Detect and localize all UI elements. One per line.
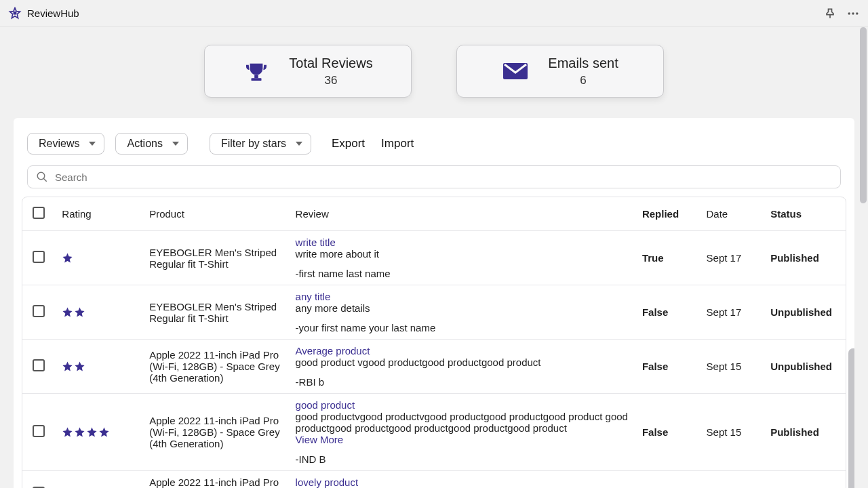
review-title[interactable]: Average product (296, 345, 629, 357)
status-value: Published (764, 231, 846, 285)
stat-title: Total Reviews (289, 56, 372, 71)
select-all-checkbox[interactable] (33, 207, 45, 219)
page-scrollbar[interactable] (859, 27, 868, 488)
product-name: Apple 2022 11-inch iPad Pro (Wi-Fi, 128G… (142, 471, 288, 489)
date-value: Sept 17 (700, 231, 764, 285)
scrollbar-thumb[interactable] (860, 27, 867, 203)
date-value: Sept 17 (700, 285, 764, 340)
review-title[interactable]: lovely product (296, 476, 629, 488)
star-icon (62, 306, 73, 318)
pin-icon[interactable] (823, 7, 837, 20)
search-input[interactable] (55, 171, 832, 183)
star-icon (86, 426, 98, 438)
toolbar: Reviews Actions Filter by stars Export I… (14, 133, 854, 165)
reviews-dropdown-label: Reviews (39, 138, 79, 150)
svg-point-0 (14, 12, 16, 14)
svg-point-2 (852, 12, 854, 14)
stat-title: Emails sent (548, 56, 618, 71)
reviews-table: Rating Product Review Replied Date Statu… (22, 197, 846, 488)
col-product: Product (142, 197, 288, 231)
star-badge-icon (8, 7, 22, 20)
view-more-link[interactable]: View More (296, 434, 629, 445)
status-value: Published (764, 471, 846, 489)
product-name: Apple 2022 11-inch iPad Pro (Wi-Fi, 128G… (142, 394, 288, 471)
star-icon (62, 361, 73, 372)
review-body: good productvgood productvgood productgo… (296, 411, 629, 434)
rating-stars (62, 426, 136, 438)
more-icon[interactable] (846, 7, 860, 20)
review-author: -your first name your last name (296, 322, 629, 333)
date-value: Sept 15 (700, 340, 764, 394)
col-replied: Replied (635, 197, 700, 231)
replied-value: False (635, 340, 700, 394)
review-author: -IND B (296, 453, 629, 465)
status-value: Published (764, 394, 846, 471)
review-body: good product vgood productgood productgo… (296, 357, 629, 368)
search-box[interactable] (27, 165, 841, 188)
star-icon (98, 426, 110, 438)
import-button[interactable]: Import (378, 134, 416, 153)
replied-value: False (635, 285, 700, 340)
review-author: -first name last name (296, 268, 629, 279)
review-title[interactable]: good product (296, 399, 629, 411)
review-author: -RBI b (296, 376, 629, 388)
col-status: Status (764, 197, 846, 231)
rating-stars (62, 361, 136, 372)
star-icon (74, 361, 85, 372)
topbar: ReviewHub (0, 0, 868, 27)
table-row: Apple 2022 11-inch iPad Pro (Wi-Fi, 128G… (22, 340, 846, 394)
brand-name: ReviewHub (27, 7, 79, 19)
content-panel: Reviews Actions Filter by stars Export I… (14, 118, 854, 488)
row-checkbox[interactable] (33, 251, 45, 263)
star-icon (74, 426, 85, 438)
product-name: EYEBOGLER Men's Striped Regular fit T-Sh… (142, 231, 288, 285)
chevron-down-icon (172, 142, 179, 146)
col-review: Review (289, 197, 635, 231)
export-button[interactable]: Export (329, 134, 368, 153)
stat-value: 36 (289, 74, 372, 87)
svg-point-7 (37, 172, 45, 180)
reviews-dropdown[interactable]: Reviews (27, 133, 104, 155)
replied-value: True (635, 471, 700, 489)
table-row: Apple 2022 11-inch iPad Pro (Wi-Fi, 128G… (22, 394, 846, 471)
chevron-down-icon (89, 142, 96, 146)
col-rating: Rating (55, 197, 142, 231)
product-name: Apple 2022 11-inch iPad Pro (Wi-Fi, 128G… (142, 340, 288, 394)
star-icon (62, 426, 73, 438)
trophy-icon (243, 61, 270, 81)
rating-stars (62, 252, 136, 264)
date-value: Sept 15 (700, 471, 764, 489)
review-title[interactable]: any title (296, 291, 629, 302)
filter-stars-dropdown[interactable]: Filter by stars (210, 133, 311, 155)
status-value: Unpublished (764, 285, 846, 340)
date-value: Sept 15 (700, 394, 764, 471)
row-checkbox[interactable] (33, 359, 45, 371)
row-checkbox[interactable] (33, 305, 45, 317)
review-body: write more about it (296, 248, 629, 260)
svg-rect-4 (254, 75, 258, 79)
svg-point-1 (848, 12, 850, 14)
stat-value: 6 (548, 74, 618, 87)
status-value: Unpublished (764, 340, 846, 394)
stat-emails-sent: Emails sent 6 (456, 45, 664, 98)
col-date: Date (700, 197, 764, 231)
stat-total-reviews: Total Reviews 36 (204, 45, 412, 98)
product-name: EYEBOGLER Men's Striped Regular fit T-Sh… (142, 285, 288, 340)
row-checkbox[interactable] (33, 425, 45, 437)
chevron-down-icon (296, 142, 302, 146)
review-body: any more details (296, 302, 629, 314)
replied-value: False (635, 394, 700, 471)
actions-dropdown-label: Actions (127, 138, 162, 150)
review-title[interactable]: write title (296, 237, 629, 248)
actions-dropdown[interactable]: Actions (115, 133, 187, 155)
star-icon (62, 252, 73, 264)
mail-icon (502, 61, 529, 81)
table-scrollbar[interactable] (848, 348, 854, 488)
search-icon (36, 171, 48, 183)
svg-point-3 (856, 12, 858, 14)
table-row: EYEBOGLER Men's Striped Regular fit T-Sh… (22, 285, 846, 340)
svg-rect-5 (252, 78, 262, 81)
scrollbar-thumb[interactable] (848, 348, 854, 488)
star-icon (74, 306, 85, 318)
rating-stars (62, 306, 136, 318)
